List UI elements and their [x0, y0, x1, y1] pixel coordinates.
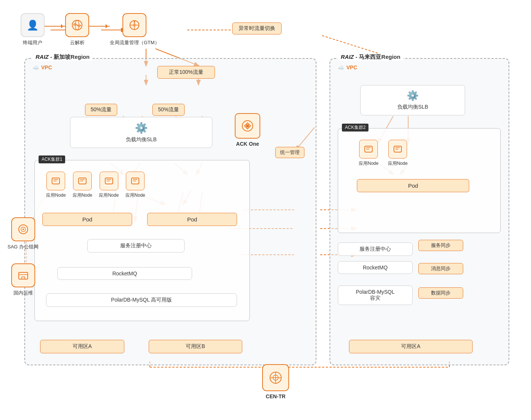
ack-one-icon	[235, 113, 260, 139]
my-polardb: PolarDB-MySQL容灾	[338, 285, 413, 305]
sg-flow50-left: 50%流量	[85, 104, 117, 116]
cloud-dns-icon	[65, 13, 89, 37]
sg-vpc-label: ☁️ VPC	[33, 64, 52, 70]
sg-region: RAIZ - 新加坡Region ☁️ VPC 50%流量 50%流量 ⚙️ 负…	[24, 58, 316, 365]
centr-box: CEN-TR	[262, 364, 289, 399]
domestic-box: 国内运维	[11, 263, 35, 296]
cloud-dns-label: 云解析	[70, 39, 85, 46]
my-node-2-icon	[388, 140, 407, 158]
sag-box: SAG 办公组网	[7, 217, 39, 250]
my-vpc-label: ☁️ VPC	[338, 64, 357, 70]
sg-pod-left: Pod	[42, 213, 132, 226]
sg-node-4-icon	[126, 172, 145, 190]
user-icon-box: 👤 终端用户	[21, 13, 45, 46]
sg-node-3-icon	[100, 172, 118, 190]
gtm-icon	[122, 13, 146, 37]
my-cluster2-label: ACK集群2	[342, 124, 368, 132]
sg-node-3: 应用Node	[99, 172, 119, 199]
svg-point-46	[134, 21, 135, 22]
my-service-registry: 服务注册中心	[338, 242, 413, 256]
ack-cluster1-label: ACK集群1	[39, 155, 65, 163]
svg-point-69	[22, 229, 24, 230]
sg-az-a: 可用区A	[40, 340, 124, 353]
sg-node-2: 应用Node	[73, 172, 92, 199]
gtm-box: 全局流量管理（GTM）	[110, 13, 160, 46]
sag-icon	[11, 217, 35, 241]
sg-node-2-icon	[73, 172, 92, 190]
ack-one-label: ACK One	[236, 141, 259, 147]
ack-one-box: ACK One	[235, 113, 260, 147]
sg-node-1: 应用Node	[46, 172, 66, 199]
my-node-1-icon	[359, 140, 378, 158]
diagram-container: 👤 终端用户 云解析 全局流量管理（GTM） 异常时流量切换 RAIZ	[0, 0, 531, 420]
sg-nodes-row: 应用Node 应用Node 应用Node	[46, 172, 145, 199]
my-node-2: 应用Node	[388, 140, 408, 167]
centr-icon	[262, 364, 289, 391]
user-label: 终端用户	[23, 39, 42, 46]
ack-cluster1-box: ACK集群1 应用Node 应用Node	[34, 160, 250, 321]
unified-mgmt-label: 统一管理	[275, 147, 304, 158]
sg-slb-box: ⚙️ 负载均衡SLB	[70, 117, 212, 148]
svc-sync-label: 服务同步	[418, 240, 463, 251]
sg-node-1-icon	[46, 172, 65, 190]
sg-az-b: 可用区B	[149, 340, 242, 353]
anomaly-label: 异常时流量切换	[232, 22, 282, 34]
sg-node-4: 应用Node	[125, 172, 145, 199]
my-region: RAIZ - 马来西亚Region ☁️ VPC ⚙️ 负载均衡SLB ACK集…	[330, 58, 509, 365]
domestic-icon	[11, 263, 35, 287]
sg-region-label: RAIZ - 新加坡Region	[33, 54, 92, 61]
my-az-a: 可用区A	[349, 340, 473, 353]
my-slb-box: ⚙️ 负载均衡SLB	[360, 85, 465, 115]
my-pod: Pod	[357, 179, 469, 192]
domestic-label: 国内运维	[13, 290, 33, 296]
data-sync-label: 数据同步	[418, 287, 463, 299]
sg-polardb: PolarDB-MySQL 高可用版	[46, 293, 237, 307]
msg-sync-label: 消息同步	[418, 263, 463, 274]
sg-flow50-right: 50%流量	[152, 104, 185, 116]
user-icon: 👤	[21, 13, 45, 37]
sag-label: SAG 办公组网	[7, 244, 39, 250]
centr-label: CEN-TR	[266, 393, 286, 399]
left-side-panel: SAG 办公组网 国内运维	[7, 217, 39, 296]
my-node-1: 应用Node	[359, 140, 379, 167]
my-slb-label: 负载均衡SLB	[397, 104, 428, 111]
sg-rocketmq: RocketMQ	[57, 267, 192, 280]
my-region-label: RAIZ - 马来西亚Region	[338, 54, 403, 61]
svg-point-48	[246, 124, 249, 127]
cloud-dns-box: 云解析	[65, 13, 89, 46]
sg-slb-label: 负载均衡SLB	[126, 136, 157, 143]
my-rocketmq: RocketMQ	[338, 261, 413, 274]
normal-flow-label: 正常100%流量	[157, 66, 215, 79]
my-nodes-row: 应用Node 应用Node	[359, 140, 407, 167]
my-cluster2-box: ACK集群2 应用Node 应用Node Pod	[338, 128, 501, 233]
svg-rect-70	[19, 272, 28, 279]
gtm-label: 全局流量管理（GTM）	[110, 39, 160, 46]
sg-service-registry: 服务注册中心	[87, 239, 185, 253]
sg-pod-right: Pod	[147, 213, 237, 226]
